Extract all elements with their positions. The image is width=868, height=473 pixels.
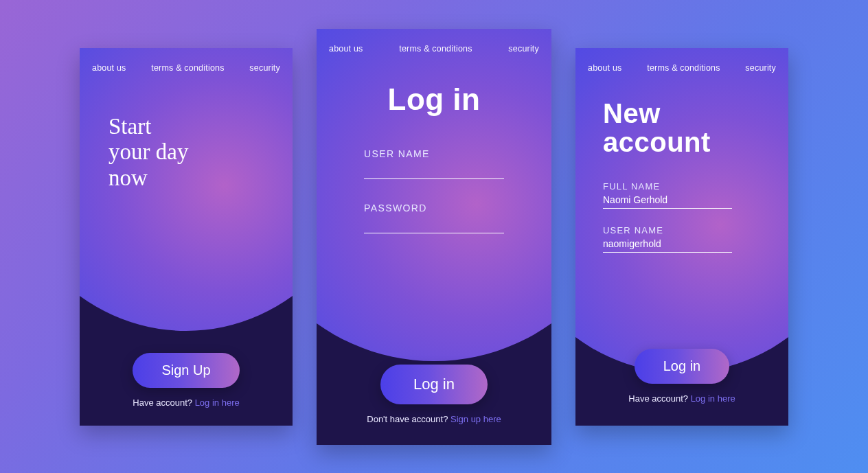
nav-terms[interactable]: terms & conditions bbox=[647, 63, 720, 73]
login-button[interactable]: Log in bbox=[635, 349, 730, 384]
sub-text: Have account? Log in here bbox=[628, 393, 735, 404]
password-label: PASSWORD bbox=[364, 203, 504, 214]
page-title: New account bbox=[575, 99, 788, 157]
hero-line: your day bbox=[108, 139, 293, 165]
page-title: Log in bbox=[317, 82, 551, 117]
username-input[interactable] bbox=[364, 163, 504, 179]
login-card: about us terms & conditions security Log… bbox=[317, 29, 551, 445]
nav-about[interactable]: about us bbox=[329, 44, 363, 54]
sub-text-label: Have account? bbox=[133, 397, 194, 408]
top-nav: about us terms & conditions security bbox=[575, 48, 788, 73]
hero-line: now bbox=[108, 165, 293, 192]
sub-text: Don't have account? Sign up here bbox=[367, 414, 501, 424]
nav-about[interactable]: about us bbox=[588, 63, 622, 73]
top-nav: about us terms & conditions security bbox=[80, 48, 293, 73]
hero-line: Start bbox=[108, 114, 293, 140]
title-line: New bbox=[603, 99, 788, 128]
password-field-group: PASSWORD bbox=[364, 203, 504, 233]
nav-terms[interactable]: terms & conditions bbox=[151, 63, 224, 73]
sub-text: Have account? Log in here bbox=[133, 397, 239, 408]
hero-text: Start your day now bbox=[80, 73, 293, 192]
sub-text-label: Don't have account? bbox=[367, 414, 450, 424]
username-input[interactable] bbox=[603, 237, 732, 253]
welcome-card: about us terms & conditions security Sta… bbox=[80, 48, 293, 426]
fullname-field-group: FULL NAME bbox=[603, 181, 732, 209]
nav-security[interactable]: security bbox=[745, 63, 776, 73]
login-button[interactable]: Log in bbox=[380, 365, 488, 404]
nav-terms[interactable]: terms & conditions bbox=[399, 44, 472, 54]
password-input[interactable] bbox=[364, 218, 504, 233]
username-field-group: USER NAME bbox=[603, 225, 732, 253]
title-line: account bbox=[603, 128, 788, 157]
username-label: USER NAME bbox=[603, 225, 732, 235]
signup-here-link[interactable]: Sign up here bbox=[450, 414, 501, 424]
new-account-card: about us terms & conditions security New… bbox=[575, 48, 788, 426]
top-nav: about us terms & conditions security bbox=[317, 29, 551, 54]
nav-security[interactable]: security bbox=[508, 44, 539, 54]
fullname-input[interactable] bbox=[603, 193, 732, 209]
fullname-label: FULL NAME bbox=[603, 181, 732, 192]
sub-text-label: Have account? bbox=[628, 393, 690, 404]
login-here-link[interactable]: Log in here bbox=[195, 397, 240, 408]
username-field-group: USER NAME bbox=[364, 148, 504, 179]
login-here-link[interactable]: Log in here bbox=[691, 393, 735, 404]
signup-button[interactable]: Sign Up bbox=[133, 353, 239, 388]
nav-security[interactable]: security bbox=[249, 63, 280, 73]
username-label: USER NAME bbox=[364, 148, 504, 159]
nav-about[interactable]: about us bbox=[92, 63, 126, 73]
